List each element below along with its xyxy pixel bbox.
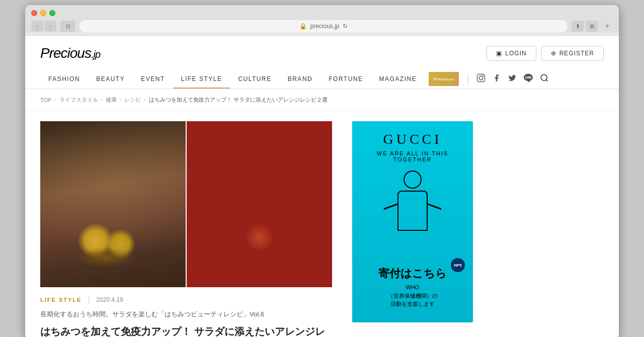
svg-rect-0 <box>477 74 485 82</box>
breadcrumb-top[interactable]: TOP <box>40 97 51 103</box>
page-content: Precious.jp ▣ LOGIN ⊕ REGISTER FASHION B… <box>25 36 619 337</box>
nav-item-brand[interactable]: BRAND <box>280 69 321 89</box>
meta-divider <box>89 296 89 303</box>
fullscreen-button[interactable]: ⊞ <box>586 21 598 32</box>
article-image-right <box>187 121 332 287</box>
logo-text: Precious <box>40 45 91 61</box>
figure-arm-left <box>383 203 398 210</box>
address-text: precious.jp <box>310 23 339 30</box>
person-icon: ▣ <box>496 50 502 57</box>
site-nav: FASHION BEAUTY EVENT LIFE STYLE CULTURE … <box>40 69 604 89</box>
food-image-dressing <box>40 121 186 287</box>
register-person-icon: ⊕ <box>551 50 556 57</box>
article-images <box>40 121 332 287</box>
login-button[interactable]: ▣ LOGIN <box>487 46 536 61</box>
minimize-button[interactable] <box>40 10 46 16</box>
ad-donation-text: 寄付はこちら <box>378 266 447 281</box>
tab-button[interactable]: ⊡ <box>60 21 75 32</box>
main-layout: LIFE STYLE 2020.4.19 長期化するおうち時間。サラダを楽しむ「… <box>25 121 619 337</box>
address-bar[interactable]: 🔒 precious.jp ↻ <box>79 20 568 32</box>
food-image-eggs <box>187 121 332 287</box>
breadcrumb-lifestyle[interactable]: ライフスタイル <box>59 96 98 104</box>
header-right: ▣ LOGIN ⊕ REGISTER <box>487 46 604 61</box>
nav-item-event[interactable]: EVENT <box>133 69 173 89</box>
nav-arrows: ‹ › <box>31 21 56 32</box>
instagram-icon[interactable] <box>476 73 486 85</box>
breadcrumb-sep-2: › <box>101 97 103 103</box>
nav-item-magazine[interactable]: MAGAZINE <box>371 69 425 89</box>
ad-figure <box>377 171 448 261</box>
breadcrumb-current: はちみつを加えて免疫力アップ！ サラダに添えたいアレンジレシピ２選 <box>149 96 328 104</box>
article-date: 2020.4.19 <box>96 296 123 303</box>
breadcrumb-sep-4: › <box>144 97 145 103</box>
maximize-button[interactable] <box>49 10 55 16</box>
svg-point-3 <box>541 74 547 80</box>
magazine-logo-text: Precious <box>433 77 454 81</box>
search-icon[interactable] <box>540 73 549 85</box>
nav-divider <box>468 74 468 84</box>
nav-item-fashion[interactable]: FASHION <box>40 69 88 89</box>
lock-icon: 🔒 <box>299 23 307 30</box>
ad-brand-name: GUCCI <box>383 131 442 147</box>
article-category: LIFE STYLE <box>40 297 82 303</box>
article-meta: LIFE STYLE 2020.4.19 <box>40 296 332 303</box>
nav-social-links <box>476 73 549 85</box>
twitter-icon[interactable] <box>508 74 517 84</box>
browser-toolbar: ‹ › ⊡ 🔒 precious.jp ↻ ⬆ ⊞ + <box>31 20 613 32</box>
ad-tagline: WE ARE ALL IN THIS TOGETHER <box>360 150 465 162</box>
breadcrumb-recipe[interactable]: レシピ <box>124 96 141 104</box>
forward-button[interactable]: › <box>44 21 56 32</box>
nav-item-fortune[interactable]: FORTUNE <box>320 69 371 89</box>
ad-badge: NP5 <box>451 258 465 272</box>
browser-actions: ⬆ ⊞ <box>572 21 598 32</box>
nav-item-beauty[interactable]: BEAUTY <box>88 69 133 89</box>
traffic-lights <box>31 10 613 16</box>
register-button[interactable]: ⊕ REGISTER <box>541 46 604 61</box>
site-header: Precious.jp ▣ LOGIN ⊕ REGISTER FASHION B… <box>25 36 619 89</box>
login-label: LOGIN <box>505 50 526 57</box>
close-button[interactable] <box>31 10 37 16</box>
svg-point-2 <box>482 75 484 76</box>
new-tab-button[interactable]: + <box>602 21 613 32</box>
figure-arm-right <box>427 203 441 210</box>
magazine-logo-img[interactable]: Precious <box>429 72 459 86</box>
nav-item-lifestyle[interactable]: LIFE STYLE <box>173 69 230 89</box>
breadcrumb-health[interactable]: 健康 <box>106 96 117 104</box>
article-image-left <box>40 121 186 287</box>
line-icon[interactable] <box>524 73 533 85</box>
browser-window: ‹ › ⊡ 🔒 precious.jp ↻ ⬆ ⊞ + Precious.jp <box>25 5 619 337</box>
back-button[interactable]: ‹ <box>31 21 43 32</box>
breadcrumb-sep-3: › <box>120 97 121 103</box>
nav-item-culture[interactable]: CULTURE <box>230 69 279 89</box>
logo-jp: .jp <box>91 49 100 60</box>
refresh-icon: ↻ <box>343 23 348 30</box>
share-button[interactable]: ⬆ <box>572 21 584 32</box>
figure-head <box>404 171 422 189</box>
site-logo[interactable]: Precious.jp <box>40 45 100 61</box>
article-subtitle: 長期化するおうち時間。サラダを楽しむ「はちみつビューティレシピ」Vol.6 <box>40 309 332 320</box>
figure-body <box>397 191 428 231</box>
svg-point-1 <box>479 76 483 80</box>
facebook-icon[interactable] <box>493 73 501 85</box>
ad-who-text: WHO （世界保健機関）の 活動を支援します <box>388 283 438 308</box>
article-title: はちみつを加えて免疫力アップ！ サラダに添えたいアレンジレ <box>40 324 332 337</box>
ad-banner-gucci[interactable]: GUCCI WE ARE ALL IN THIS TOGETHER NP5 寄付… <box>352 121 473 322</box>
register-label: REGISTER <box>559 50 594 57</box>
article-area: LIFE STYLE 2020.4.19 長期化するおうち時間。サラダを楽しむ「… <box>40 121 332 337</box>
breadcrumb: TOP › ライフスタイル › 健康 › レシピ › はちみつを加えて免疫力アッ… <box>25 89 619 111</box>
header-top: Precious.jp ▣ LOGIN ⊕ REGISTER <box>40 45 604 61</box>
sidebar: GUCCI WE ARE ALL IN THIS TOGETHER NP5 寄付… <box>352 121 473 337</box>
breadcrumb-sep-1: › <box>54 97 56 103</box>
browser-chrome: ‹ › ⊡ 🔒 precious.jp ↻ ⬆ ⊞ + <box>25 5 619 32</box>
